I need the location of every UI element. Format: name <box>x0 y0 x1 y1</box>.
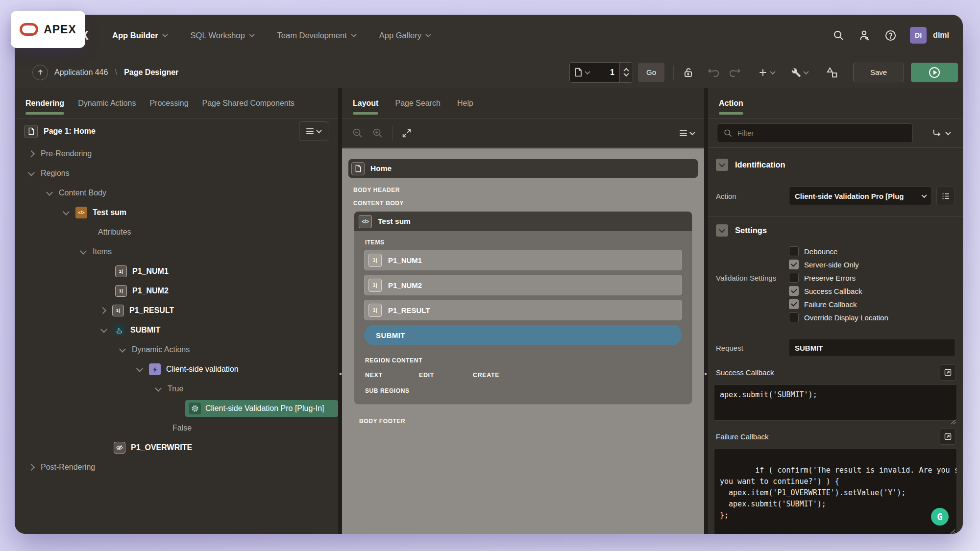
go-to-component-button[interactable] <box>931 128 954 139</box>
shared-components-icon[interactable] <box>826 66 838 79</box>
tab-page-shared-components[interactable]: Page Shared Components <box>202 88 295 118</box>
tree-item-pre-rendering[interactable]: Pre-Rendering <box>15 144 338 164</box>
chevron-down-icon[interactable] <box>119 346 126 353</box>
canvas-submit-button[interactable]: SUBMIT <box>364 325 682 345</box>
tree-item-client-side-validation[interactable]: Client-side validation <box>15 359 338 379</box>
canvas-item-p1-result[interactable]: 1| P1_RESULT <box>364 300 682 320</box>
chevron-down-icon[interactable] <box>28 169 35 176</box>
expand-icon[interactable] <box>401 128 412 139</box>
create-menu-button[interactable] <box>758 68 775 77</box>
checkbox-icon[interactable] <box>789 299 799 309</box>
tab-processing[interactable]: Processing <box>149 88 188 118</box>
chevron-down-icon[interactable] <box>155 385 162 392</box>
go-button[interactable]: Go <box>638 63 664 82</box>
undo-icon[interactable] <box>707 67 719 78</box>
left-splitter[interactable]: ◄ <box>338 88 342 534</box>
help-icon[interactable] <box>884 29 897 42</box>
tab-layout[interactable]: Layout <box>353 88 378 118</box>
tree-item-true[interactable]: True <box>15 379 338 399</box>
request-input[interactable]: SUBMIT <box>789 339 955 357</box>
tree-item-false[interactable]: False <box>15 418 338 438</box>
open-code-editor-button[interactable] <box>940 429 956 445</box>
link-edit[interactable]: EDIT <box>419 372 473 379</box>
action-select[interactable]: Client-side Validation Pro [Plug <box>789 187 932 205</box>
lock-icon[interactable] <box>683 67 694 78</box>
checkbox-icon[interactable] <box>789 260 799 269</box>
go-up-icon[interactable] <box>32 65 48 80</box>
checkbox-preserve-errors[interactable]: Preserve Errors <box>789 273 888 283</box>
link-create[interactable]: CREATE <box>473 372 527 379</box>
checkbox-icon[interactable] <box>789 246 799 256</box>
collapse-left-icon[interactable]: ◄ <box>338 367 342 380</box>
save-button[interactable]: Save <box>853 63 904 82</box>
tree-item-p1-num2[interactable]: 1| P1_NUM2 <box>15 281 338 301</box>
admin-user-wrench-icon[interactable] <box>858 29 871 42</box>
search-icon[interactable] <box>832 29 845 42</box>
chevron-right-icon[interactable] <box>28 464 35 471</box>
chevron-right-icon[interactable] <box>99 307 106 314</box>
zoom-out-icon[interactable] <box>352 127 363 139</box>
user-avatar[interactable]: DI <box>910 27 927 44</box>
tab-help[interactable]: Help <box>457 88 473 118</box>
user-name[interactable]: dimi <box>933 31 949 40</box>
tree-item-content-body[interactable]: Content Body <box>15 183 338 203</box>
tree-menu-button[interactable] <box>299 121 328 141</box>
chevron-down-icon[interactable] <box>80 248 87 255</box>
region-header[interactable]: </> Test sum <box>354 212 692 231</box>
run-page-button[interactable] <box>911 63 958 82</box>
tree-item-p1-overwrite[interactable]: P1_OVERWRITE <box>15 438 338 457</box>
checkbox-success-callback[interactable]: Success Callback <box>789 286 888 296</box>
chevron-down-icon[interactable] <box>46 189 53 196</box>
checkbox-icon[interactable] <box>789 312 799 322</box>
nav-item-app-gallery[interactable]: App Gallery <box>379 31 430 40</box>
region-test-sum[interactable]: </> Test sum ITEMS 1| P1_NUM1 1| P1_NUM2 <box>354 212 692 404</box>
tree-item-dynamic-actions[interactable]: Dynamic Actions <box>15 340 338 359</box>
checkbox-override-display-location[interactable]: Override Display Location <box>789 312 888 322</box>
checkbox-icon[interactable] <box>789 273 799 283</box>
tab-action[interactable]: Action <box>719 88 743 118</box>
canvas-item-p1-num2[interactable]: 1| P1_NUM2 <box>364 275 682 295</box>
tree-item-attributes[interactable]: Attributes <box>15 222 338 242</box>
page-number-input[interactable]: 1 <box>594 63 619 82</box>
chevron-down-icon[interactable] <box>136 365 143 372</box>
tree-item-test-sum[interactable]: </> Test sum <box>15 203 338 222</box>
zoom-in-icon[interactable] <box>372 127 383 139</box>
collapse-right-icon[interactable]: ► <box>704 367 708 380</box>
resize-handle-icon[interactable] <box>951 419 956 425</box>
selected-tree-node[interactable]: Client-side Validation Pro [Plug-In] <box>185 400 338 417</box>
breadcrumb-application[interactable]: Application 446 <box>54 68 108 77</box>
tree-item-p1-num1[interactable]: 1| P1_NUM1 <box>15 262 338 281</box>
tree-item-plugin-selected[interactable]: Client-side Validation Pro [Plug-In] <box>15 399 338 418</box>
nav-item-app-builder[interactable]: App Builder <box>112 31 167 40</box>
page-number-stepper[interactable] <box>619 63 633 82</box>
collapse-section-button[interactable] <box>716 159 728 171</box>
tab-rendering[interactable]: Rendering <box>25 88 64 118</box>
page-finder-button[interactable] <box>570 63 594 82</box>
layout-menu-button[interactable] <box>680 130 694 136</box>
grammarly-icon[interactable]: G <box>931 508 949 526</box>
open-code-editor-button[interactable] <box>940 364 956 381</box>
tab-page-search[interactable]: Page Search <box>395 88 441 118</box>
chevron-down-icon[interactable] <box>63 209 70 216</box>
right-splitter[interactable]: ► <box>704 88 708 534</box>
canvas-item-p1-num1[interactable]: 1| P1_NUM1 <box>364 250 682 270</box>
quick-pick-list-button[interactable] <box>936 187 955 205</box>
redo-icon[interactable] <box>730 67 741 78</box>
tree-item-post-rendering[interactable]: Post-Rendering <box>15 457 338 477</box>
filter-input[interactable]: Filter <box>717 123 913 143</box>
chevron-down-icon[interactable] <box>100 326 107 333</box>
canvas-page-bar[interactable]: Home <box>348 159 698 178</box>
tab-dynamic-actions[interactable]: Dynamic Actions <box>78 88 136 118</box>
checkbox-icon[interactable] <box>789 286 799 296</box>
nav-item-sql-workshop[interactable]: SQL Workshop <box>191 31 254 40</box>
resize-handle-icon[interactable] <box>950 529 956 534</box>
checkbox-server-side-only[interactable]: Server-side Only <box>789 260 888 269</box>
checkbox-debounce[interactable]: Debounce <box>789 246 888 256</box>
utilities-wrench-button[interactable] <box>790 67 808 78</box>
tree-item-submit[interactable]: SUBMIT <box>15 320 338 340</box>
checkbox-failure-callback[interactable]: Failure Callback <box>789 299 888 309</box>
link-next[interactable]: NEXT <box>365 372 419 379</box>
chevron-right-icon[interactable] <box>28 150 35 157</box>
nav-item-team-development[interactable]: Team Development <box>277 31 356 40</box>
tree-item-items[interactable]: Items <box>15 242 338 262</box>
